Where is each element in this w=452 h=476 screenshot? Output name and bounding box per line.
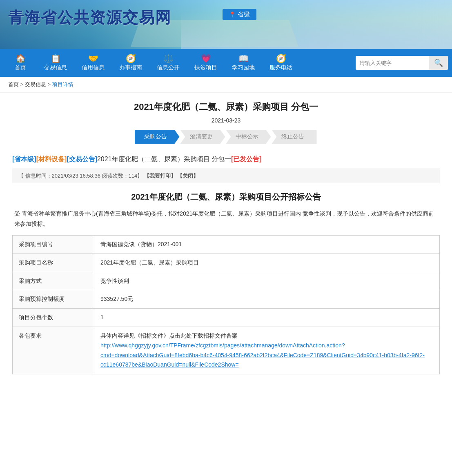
table-row: 采购项目名称2021年度化肥（二氨、尿素）采购项目 <box>13 254 440 272</box>
nav-home-label: 首页 <box>15 64 26 71</box>
nav-guide-label: 办事指南 <box>119 64 142 71</box>
table-label: 采购项目名称 <box>13 254 94 272</box>
header-banner: 青海省公共资源交易网 省级 <box>0 0 452 49</box>
guide-icon: 🧭 <box>126 54 136 62</box>
info-bar: 【 信息时间：2021/03/23 16:58:36 阅读次数：114】 【我要… <box>12 169 440 183</box>
print-link[interactable]: 【我要打印】 <box>144 173 176 179</box>
announcement-heading: [省本级][材料设备][交易公告]2021年度化肥（二氨、尿素）采购项目 分包一… <box>12 154 440 165</box>
table-row: 采购方式竞争性谈判 <box>13 272 440 290</box>
table-value: 具体内容详见《招标文件》点击此处下载招标文件备案http://www.qhggz… <box>94 327 440 374</box>
table-value: 1 <box>94 309 440 327</box>
nav-service-label: 服务电话 <box>269 64 292 71</box>
step-1[interactable]: 澄清变更 <box>180 130 225 144</box>
nav-credit-label: 信用信息 <box>82 64 105 71</box>
poverty-icon: 💗 <box>201 54 211 62</box>
intro-text: 受 青海省种羊繁育推广服务中心(青海省三角城种羊场)委托，拟对2021年度化肥（… <box>12 209 440 229</box>
step-0[interactable]: 采购公告 <box>135 130 180 144</box>
tag-material: [材料设备] <box>36 156 67 162</box>
breadcrumb-home[interactable]: 首页 <box>8 81 19 87</box>
nav-service[interactable]: 🧭 服务电话 <box>262 51 300 75</box>
nav-info-open[interactable]: ⚖️ 信息公开 <box>149 51 187 75</box>
site-title: 青海省公共资源交易网 <box>8 7 171 28</box>
search-box: 🔍 <box>356 56 448 70</box>
intro-content: 受 青海省种羊繁育推广服务中心(青海省三角城种羊场)委托，拟对2021年度化肥（… <box>14 210 434 227</box>
table-value: 933527.50元 <box>94 290 440 309</box>
nav-trade-label: 交易信息 <box>44 64 67 71</box>
search-button[interactable]: 🔍 <box>429 56 448 70</box>
nav-guide[interactable]: 🧭 办事指南 <box>112 51 149 75</box>
breadcrumb: 首页 > 交易信息 > 项目详情 <box>0 77 452 93</box>
nav-info-label: 信息公开 <box>157 64 180 71</box>
table-row: 各包要求具体内容详见《招标文件》点击此处下载招标文件备案http://www.q… <box>13 327 440 374</box>
nav-poverty-label: 扶贫项目 <box>194 64 217 71</box>
table-label: 各包要求 <box>13 327 94 374</box>
info-icon: ⚖️ <box>163 54 174 62</box>
step-2[interactable]: 中标公示 <box>226 130 271 144</box>
nav-poverty[interactable]: 💗 扶贫项目 <box>187 51 225 75</box>
learning-icon: 📖 <box>238 54 249 62</box>
close-link[interactable]: 【关闭】 <box>177 173 198 179</box>
breadcrumb-current: 项目详情 <box>52 81 73 87</box>
step-3[interactable]: 终止公告 <box>272 130 317 144</box>
steps-container: 采购公告 澄清变更 中标公示 终止公告 <box>12 130 440 144</box>
table-value: 青海国德竞谈（货物）2021-001 <box>94 235 440 254</box>
info-table: 采购项目编号青海国德竞谈（货物）2021-001采购项目名称2021年度化肥（二… <box>12 235 440 374</box>
nav-credit-info[interactable]: 🤝 信用信息 <box>74 51 112 75</box>
main-navbar: 🏠 首页 📋 交易信息 🤝 信用信息 🧭 办事指南 ⚖️ 信息公开 💗 扶贫项目… <box>0 49 452 77</box>
table-value: 竞争性谈判 <box>94 272 440 290</box>
nav-learning[interactable]: 📖 学习园地 <box>225 51 262 75</box>
table-value: 2021年度化肥（二氨、尿素）采购项目 <box>94 254 440 272</box>
tag-province: [省本级] <box>12 156 36 162</box>
home-icon: 🏠 <box>16 54 26 62</box>
project-main-title: 2021年度化肥（二氨、尿素）采购项目 分包一 <box>12 101 440 113</box>
table-label: 采购项目编号 <box>13 235 94 254</box>
nav-learning-label: 学习园地 <box>232 64 255 71</box>
read-count: 阅读次数：114】 <box>102 173 143 179</box>
trade-icon: 📋 <box>51 54 61 62</box>
search-input[interactable] <box>356 60 429 66</box>
project-title-section: 2021年度化肥（二氨、尿素）采购项目 分包一 2021-03-23 采购公告 … <box>12 101 440 144</box>
project-date: 2021-03-23 <box>12 117 440 124</box>
credit-icon: 🤝 <box>88 54 98 62</box>
table-row: 采购项目编号青海国德竞谈（货物）2021-001 <box>13 235 440 254</box>
download-link[interactable]: http://www.qhggzyjy.gov.cn/TPFrame/zfcgz… <box>100 342 425 368</box>
table-label: 采购预算控制额度 <box>13 290 94 309</box>
nav-trade-info[interactable]: 📋 交易信息 <box>37 51 74 75</box>
table-label: 采购方式 <box>13 272 94 290</box>
service-icon: 🧭 <box>276 54 286 62</box>
main-content: 2021年度化肥（二氨、尿素）采购项目 分包一 2021-03-23 采购公告 … <box>0 93 452 383</box>
tag-trade: [交易公告] <box>67 156 97 162</box>
breadcrumb-trade[interactable]: 交易信息 <box>25 81 46 87</box>
info-time: 【 信息时间：2021/03/23 16:58:36 <box>18 173 100 179</box>
table-label: 项目分包个数 <box>13 309 94 327</box>
announcement-title-main: 2021年度化肥（二氨、尿素）采购项目 分包一 <box>97 156 231 162</box>
tag-published: [已发公告] <box>231 156 262 162</box>
article-title: 2021年度化肥（二氨、尿素）采购项目公开招标公告 <box>12 191 440 202</box>
province-badge[interactable]: 省级 <box>223 9 256 20</box>
table-row: 项目分包个数1 <box>13 309 440 327</box>
nav-home[interactable]: 🏠 首页 <box>4 51 37 75</box>
table-row: 采购预算控制额度933527.50元 <box>13 290 440 309</box>
nav-items: 🏠 首页 📋 交易信息 🤝 信用信息 🧭 办事指南 ⚖️ 信息公开 💗 扶贫项目… <box>4 51 356 75</box>
